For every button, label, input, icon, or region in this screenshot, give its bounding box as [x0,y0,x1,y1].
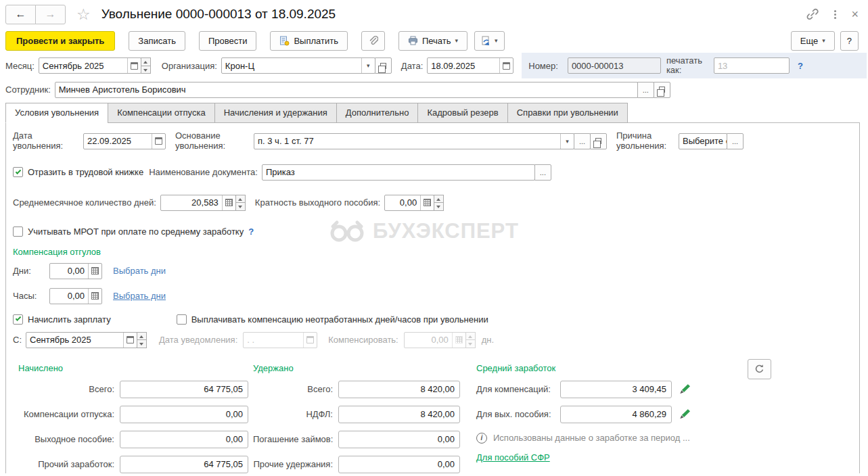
edit-pencil-icon[interactable] [678,383,691,395]
tab-personnel-reserve[interactable]: Кадровый резерв [417,103,507,123]
employee-field[interactable]: Минчев Аристотель Борисович [55,82,638,98]
month-field[interactable]: Сентябрь 2025 [39,57,141,74]
organization-open-button[interactable] [375,57,392,74]
dismissal-date-row: Дата увольнения: 22.09.2025 Основание ув… [13,131,859,151]
withheld-row: Погашение займов: 0,00 [253,431,476,448]
print-as-field[interactable]: 13 [714,57,790,74]
pay-compensation-label[interactable]: Выплачивать компенсацию неотработанных д… [191,314,488,325]
severance-field[interactable]: 0,00 [384,195,434,211]
post-button[interactable]: Провести [199,31,257,51]
grounds-dropdown-icon[interactable]: ▾ [560,134,574,149]
timeoff-hours-calculator-icon[interactable] [88,289,101,304]
month-calendar-icon[interactable] [127,58,141,73]
mrot-help-icon[interactable]: ? [248,227,254,237]
mrot-checkbox-label[interactable]: Учитывать МРОТ при оплате по среднему за… [28,227,244,237]
withheld-header: Удержано [253,363,476,373]
organization-dropdown-icon[interactable]: ▾ [361,58,375,73]
timeoff-days-field[interactable]: 0,00 [49,263,102,279]
withheld-row: Прочие удержания: 0,00 [253,456,476,473]
totals-section: Начислено Всего: 64 775,05 Компенсации о… [13,363,859,473]
workbook-checkbox-label[interactable]: Отразить в трудовой книжке [28,167,143,177]
tab-dismissal-certificates[interactable]: Справки при увольнении [507,103,628,123]
link-icon[interactable] [806,7,819,21]
date-calendar-icon[interactable] [499,58,513,73]
accrue-row: Начислить зарплату Выплачивать компенсац… [13,314,859,325]
pay-button[interactable]: Выплатить [270,31,348,51]
from-month-calendar-icon[interactable] [123,333,137,348]
organization-label: Организация: [162,61,217,71]
back-button[interactable]: ← [5,5,36,24]
post-and-close-button[interactable]: Провести и закрыть [5,31,115,51]
withheld-total-field[interactable]: 8 420,00 [338,381,460,398]
avg-days-field[interactable]: 20,583 [160,195,236,211]
avg-days-calculator-icon[interactable] [222,195,235,210]
select-hours-link[interactable]: Выбрать дни [113,291,166,301]
workbook-row: Отразить в трудовой книжке Наименование … [13,164,859,181]
date-label: Дата: [401,61,423,71]
number-label: Номер: [528,61,558,71]
accrued-severance-field[interactable]: 0,00 [120,431,248,448]
tab-additional[interactable]: Дополнительно [336,103,419,123]
grounds-open-button[interactable] [590,133,607,149]
accrued-vacation-field[interactable]: 0,00 [120,406,248,423]
tab-vacation-compensation[interactable]: Компенсации отпуска [108,103,215,123]
grounds-select-button[interactable]: ... [574,133,591,149]
compensate-suffix: дн. [482,335,494,345]
tab-dismissal-conditions[interactable]: Условия увольнения [5,103,108,123]
accrued-other-field[interactable]: 64 775,05 [120,456,248,473]
severance-calculator-icon[interactable] [420,195,434,210]
favorite-star-icon[interactable]: ☆ [76,7,91,22]
doc-name-select-button[interactable]: ... [534,164,551,181]
page-title: Увольнение 0000-000013 от 18.09.2025 [101,7,336,22]
date-field[interactable]: 18.09.2025 [427,57,513,74]
withheld-loans-field[interactable]: 0,00 [338,431,460,448]
accrued-total-field[interactable]: 64 775,05 [120,381,248,398]
export-button[interactable]: ▾ [474,31,505,51]
more-actions-icon[interactable] [834,14,836,16]
accrue-salary-checkbox[interactable] [13,314,23,325]
average-earnings-header: Средний заработок [476,363,859,373]
severance-spinner[interactable] [434,195,444,211]
pay-compensation-checkbox[interactable] [177,314,187,325]
print-button[interactable]: Печать ▾ [398,31,467,51]
timeoff-hours-field[interactable]: 0,00 [49,288,102,304]
refresh-button[interactable] [748,359,771,379]
dismissal-date-field[interactable]: 22.09.2025 [83,133,166,149]
number-field[interactable]: 0000-000013 [568,57,661,74]
grounds-field[interactable]: п. 3 ч. 1 ст. 77 ▾ [254,133,574,149]
month-spinner[interactable] [141,57,151,74]
help-button[interactable]: ? [840,31,859,51]
dismissal-date-calendar-icon[interactable] [152,134,165,149]
doc-name-field[interactable]: Приказ [262,164,535,181]
from-month-spinner[interactable] [137,332,147,348]
workbook-checkbox[interactable] [13,167,23,177]
open-in-form-icon [659,87,665,93]
number-panel: Номер: 0000-000013 печатать как: 13 ? [522,53,867,78]
select-days-link[interactable]: Выбрать дни [113,266,166,276]
forward-button[interactable]: → [35,5,66,24]
avg-days-spinner[interactable] [235,195,246,211]
save-button[interactable]: Записать [129,31,185,51]
dismissal-date-label: Дата увольнения: [13,131,83,151]
from-month-field[interactable]: Сентябрь 2025 [26,332,137,348]
edit-pencil-icon[interactable] [678,408,691,420]
withheld-ndfl-field[interactable]: 8 420,00 [338,406,460,423]
accrue-salary-label[interactable]: Начислить зарплату [28,314,111,325]
organization-field[interactable]: Крон-Ц ▾ [221,57,375,74]
mrot-checkbox[interactable] [13,227,23,237]
number-help-icon[interactable]: ? [798,61,803,71]
reason-field[interactable]: Выберите о [679,133,727,149]
employee-select-button[interactable]: ... [637,82,654,98]
sfr-benefits-link[interactable]: Для пособий СФР [476,452,550,462]
tab-accruals-deductions[interactable]: Начисления и удержания [214,103,337,123]
avg-compensation-field[interactable]: 3 409,45 [560,381,672,398]
withheld-other-field[interactable]: 0,00 [338,456,460,473]
employee-open-button[interactable] [654,82,670,98]
more-button[interactable]: Еще ▾ [791,31,835,51]
close-icon[interactable]: × [851,8,859,20]
attachments-button[interactable] [361,31,385,51]
reason-select-button[interactable]: ... [727,133,744,149]
info-icon[interactable]: i [476,433,487,444]
avg-severance-field[interactable]: 4 860,29 [560,406,672,423]
timeoff-days-calculator-icon[interactable] [88,264,101,279]
